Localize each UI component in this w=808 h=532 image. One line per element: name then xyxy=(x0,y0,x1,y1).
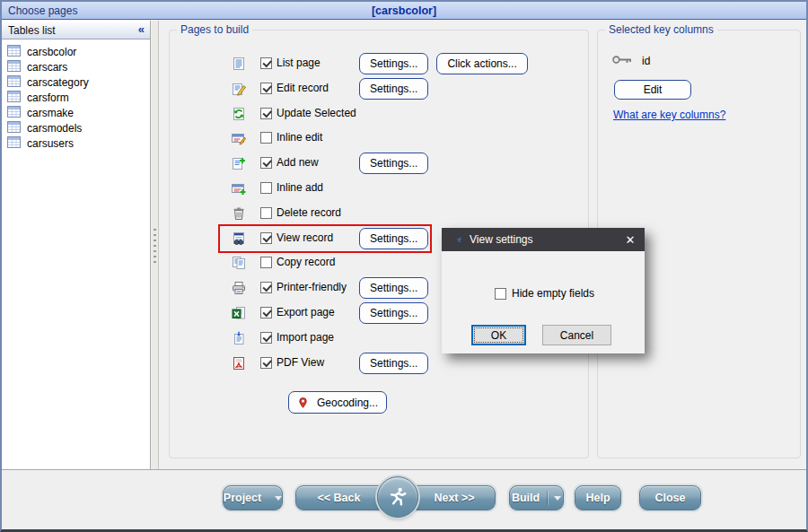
geocoding-label: Geocoding... xyxy=(317,397,378,409)
sidebar-table-item[interactable]: carscars xyxy=(2,59,150,74)
help-button[interactable]: Help xyxy=(575,485,621,510)
export-page-checkbox[interactable] xyxy=(260,307,272,318)
project-button[interactable]: Project xyxy=(223,485,283,510)
inline-edit-label: Inline edit xyxy=(277,127,322,148)
delete-record-checkbox[interactable] xyxy=(260,207,272,219)
pdf-view-checkbox[interactable] xyxy=(260,357,272,369)
splitter-grip-icon xyxy=(154,229,156,266)
table-icon xyxy=(7,45,21,59)
geocoding-button[interactable]: Geocoding... xyxy=(288,391,387,414)
runner-logo-icon xyxy=(377,476,418,518)
cancel-button[interactable]: Cancel xyxy=(542,325,611,345)
pages-to-build-label: Pages to build xyxy=(177,23,252,36)
build-button[interactable]: Build xyxy=(509,485,564,510)
sidebar-table-item[interactable]: carsbcolor xyxy=(2,44,150,59)
hide-empty-fields-row: Hide empty fields xyxy=(495,287,594,300)
table-name: carsmodels xyxy=(27,122,82,135)
update-selected-icon xyxy=(232,107,246,121)
build-label: Build xyxy=(512,492,540,504)
sidebar-table-item[interactable]: carsform xyxy=(2,90,150,105)
add-new-settings-button[interactable]: Settings... xyxy=(359,153,428,174)
edit-record-settings-button[interactable]: Settings... xyxy=(359,78,428,100)
view-record-settings-button[interactable]: Settings... xyxy=(359,228,428,249)
row-buttons: Settings... xyxy=(359,153,428,174)
inline-edit-icon xyxy=(232,131,246,145)
back-button[interactable]: << Back xyxy=(296,486,382,510)
printer-friendly-checkbox[interactable] xyxy=(260,282,272,293)
sidebar-table-item[interactable]: carsmodels xyxy=(2,120,150,135)
key-column-row: id xyxy=(611,54,650,68)
pdf-view-icon xyxy=(232,356,246,371)
pdf-view-label: PDF View xyxy=(277,353,324,373)
tables-list-label: Tables list xyxy=(8,24,56,37)
page-row-delete-record: Delete record xyxy=(220,203,584,224)
table-icon xyxy=(7,75,21,90)
table-icon xyxy=(7,121,21,135)
tables-tree: carsbcolorcarscarscarscategorycarsformca… xyxy=(2,39,150,151)
dropdown-caret-icon xyxy=(554,496,561,501)
sidebar-table-item[interactable]: carsmake xyxy=(2,105,150,120)
page-row-add-new: Add newSettings... xyxy=(220,153,584,174)
row-buttons: Settings... xyxy=(359,78,428,100)
page-row-update-selected: Update Selected xyxy=(220,103,584,125)
page-row-list-page: List pageSettings...Click actions... xyxy=(220,53,584,74)
table-name: carsbcolor xyxy=(27,46,76,58)
dialog-close-icon[interactable]: ✕ xyxy=(616,228,645,251)
view-record-label: View record xyxy=(277,228,333,249)
tables-list-header: Tables list « xyxy=(2,21,150,39)
list-page-click-actions-button[interactable]: Click actions... xyxy=(436,53,527,74)
table-icon xyxy=(7,136,21,151)
printer-friendly-label: Printer-friendly xyxy=(277,277,347,298)
page-row-inline-add: Inline add xyxy=(220,178,584,199)
export-page-label: Export page xyxy=(277,302,335,323)
printer-friendly-icon xyxy=(232,281,246,295)
next-button[interactable]: Next >> xyxy=(414,486,495,510)
inline-edit-checkbox[interactable] xyxy=(260,132,272,144)
sidebar-table-item[interactable]: carscategory xyxy=(2,74,150,90)
list-page-settings-button[interactable]: Settings... xyxy=(359,53,428,74)
key-columns-help-link[interactable]: What are key columns? xyxy=(613,109,725,121)
table-icon xyxy=(7,106,21,120)
update-selected-checkbox[interactable] xyxy=(260,108,272,119)
view-settings-dialog: View settings ✕ Hide empty fields OK Can… xyxy=(442,228,645,353)
runner-figure-icon xyxy=(387,486,408,508)
edit-record-checkbox[interactable] xyxy=(260,83,272,94)
key-column-name: id xyxy=(642,55,650,67)
hide-empty-fields-checkbox[interactable] xyxy=(495,288,506,300)
inline-add-checkbox[interactable] xyxy=(260,182,272,194)
import-page-checkbox[interactable] xyxy=(260,332,272,344)
add-new-icon xyxy=(232,156,246,170)
dialog-titlebar: View settings ✕ xyxy=(442,228,645,251)
import-page-icon xyxy=(232,331,246,345)
copy-record-icon xyxy=(232,256,246,270)
sidebar-splitter[interactable] xyxy=(152,21,159,469)
table-name: carscars xyxy=(27,61,67,74)
choose-pages-window: Choose pages [carsbcolor] Tables list « … xyxy=(0,0,808,532)
inline-add-icon xyxy=(232,181,246,196)
hide-empty-fields-label: Hide empty fields xyxy=(512,287,594,300)
list-page-checkbox[interactable] xyxy=(260,57,272,69)
row-buttons: Settings... xyxy=(359,228,428,249)
update-selected-label: Update Selected xyxy=(277,103,356,124)
current-table-title: [carsbcolor] xyxy=(2,4,806,17)
export-page-settings-button[interactable]: Settings... xyxy=(359,302,428,324)
printer-friendly-settings-button[interactable]: Settings... xyxy=(359,277,428,299)
table-name: carsusers xyxy=(27,137,74,150)
edit-key-columns-button[interactable]: Edit xyxy=(614,80,691,100)
import-page-label: Import page xyxy=(277,327,334,348)
ok-button[interactable]: OK xyxy=(471,325,526,345)
add-new-checkbox[interactable] xyxy=(260,157,272,169)
delete-record-icon xyxy=(232,206,246,221)
view-record-checkbox[interactable] xyxy=(260,232,272,244)
collapse-sidebar-button[interactable]: « xyxy=(138,22,145,36)
view-record-icon xyxy=(232,231,246,246)
sidebar-table-item[interactable]: carsusers xyxy=(2,135,150,151)
pdf-view-settings-button[interactable]: Settings... xyxy=(359,353,428,374)
tables-sidebar: Tables list « carsbcolorcarscarscarscate… xyxy=(2,21,151,469)
row-buttons: Settings... xyxy=(359,302,428,324)
add-new-label: Add new xyxy=(277,153,319,173)
close-button[interactable]: Close xyxy=(639,485,701,510)
page-row-pdf-view: PDF ViewSettings... xyxy=(220,353,584,374)
edit-record-icon xyxy=(232,82,246,96)
copy-record-checkbox[interactable] xyxy=(260,257,272,268)
